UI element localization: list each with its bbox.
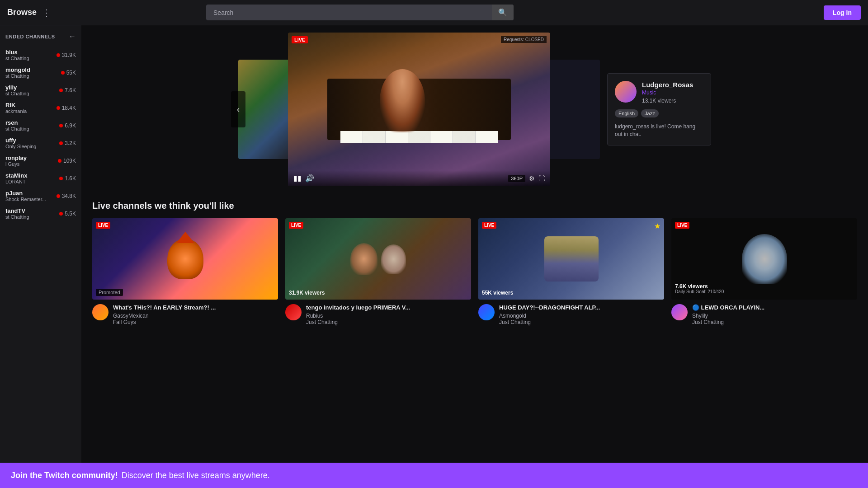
streamer-name[interactable]: Ludgero_Rosas xyxy=(642,81,693,89)
sidebar-item-ronplay[interactable]: ronplay l Guys 109K xyxy=(0,152,81,169)
channel-avatar xyxy=(671,304,688,320)
banner-description: Discover the best live streams anywhere. xyxy=(122,471,270,480)
sidebar-viewers: 34.8K xyxy=(57,193,76,199)
channel-name[interactable]: GassyMexican xyxy=(113,313,216,319)
sidebar-viewers: 3.2K xyxy=(59,140,76,146)
channel-card-gassymexican[interactable]: LIVE Promoted What's THis?! An EARLY Str xyxy=(92,218,278,325)
channel-info: HUGE DAY?!--DRAGONFIGHT ALP... Asmongold… xyxy=(478,304,664,325)
header: Browse ⋮ 🔍 Log In xyxy=(0,0,868,25)
viewer-count: 109K xyxy=(63,158,76,164)
streamer-viewers: 13.1K viewers xyxy=(642,98,693,104)
menu-icon[interactable]: ⋮ xyxy=(42,7,51,18)
sidebar-channel-name: fandTV xyxy=(5,207,29,214)
sidebar-channel-name: rsen xyxy=(5,119,29,126)
sidebar-item-category: Only Sleeping xyxy=(5,144,37,149)
viewer-count: 34.8K xyxy=(62,193,76,199)
channel-category[interactable]: Just Chatting xyxy=(499,319,600,325)
search-input[interactable] xyxy=(206,5,492,20)
viewer-count: 31.9K xyxy=(62,52,76,58)
channel-name[interactable]: Rubius xyxy=(306,313,410,319)
stream-stack: LIVE Requests: CLOSED ▮▮ 🔊 360P ⚙ ⛶ xyxy=(238,33,600,186)
sidebar-channel-name: staMinx xyxy=(5,172,27,179)
sidebar-item-staminx[interactable]: staMinx LORANT 1.6K xyxy=(0,169,81,187)
sidebar-viewers: 1.6K xyxy=(59,175,76,182)
sidebar-item-left: bius st Chatting xyxy=(5,49,29,61)
channel-avatar xyxy=(478,304,495,320)
sidebar: ENDED CHANNELS ← bius st Chatting 31.9K … xyxy=(0,25,81,488)
sidebar-channel-name: bius xyxy=(5,49,29,56)
sidebar-viewers: 31.9K xyxy=(57,52,76,58)
sidebar-channel-name: RIK xyxy=(5,102,27,108)
channel-card-shylily[interactable]: LIVE Daily Sub Goal: 210/420 7.6K viewer… xyxy=(671,218,857,325)
sidebar-item-bius[interactable]: bius st Chatting 31.9K xyxy=(0,46,81,64)
channel-category[interactable]: Just Chatting xyxy=(306,319,410,325)
viewer-count: 1.6K xyxy=(65,175,76,182)
sidebar-item-uffy[interactable]: uffy Only Sleeping 3.2K xyxy=(0,134,81,152)
sidebar-item-category: st Chatting xyxy=(5,56,29,61)
sidebar-item-category: st Chatting xyxy=(5,126,29,131)
streamer-game[interactable]: Music xyxy=(642,89,693,96)
channel-info: tengo invitados y luego PRIMERA V... Rub… xyxy=(285,304,471,325)
live-dot xyxy=(59,141,63,145)
sidebar-item-rik[interactable]: RIK ackmania 18.4K xyxy=(0,99,81,117)
stream-tags: English Jazz xyxy=(615,109,703,117)
viewer-count: 7.6K xyxy=(65,87,76,94)
side-stream-left[interactable] xyxy=(238,60,292,159)
channel-card-asmongold[interactable]: LIVE ★ 55K viewers HUGE DAY?!--DRAGONFIG… xyxy=(478,218,664,325)
sidebar-channel-name: ronplay xyxy=(5,155,27,161)
sidebar-item-left: mongold st Chatting xyxy=(5,66,30,79)
tag-jazz[interactable]: Jazz xyxy=(641,109,659,117)
channel-thumbnail: LIVE Promoted xyxy=(92,218,278,300)
sidebar-viewers: 5.5K xyxy=(59,211,76,217)
channel-category[interactable]: Fall Guys xyxy=(113,319,216,325)
channel-avatar xyxy=(92,304,108,320)
channel-thumbnail: LIVE ★ 55K viewers xyxy=(478,218,664,300)
main-stream[interactable]: LIVE Requests: CLOSED ▮▮ 🔊 360P ⚙ ⛶ xyxy=(288,33,550,186)
sidebar-viewers: 18.4K xyxy=(57,105,76,111)
volume-button[interactable]: 🔊 xyxy=(305,174,314,183)
stream-description: ludgero_rosas is live! Come hang out in … xyxy=(615,123,703,138)
browse-button[interactable]: Browse xyxy=(7,8,37,17)
sidebar-collapse-button[interactable]: ← xyxy=(69,33,76,41)
live-badge: LIVE xyxy=(292,36,308,43)
stream-title: What's THis?! An EARLY Stream?! ... xyxy=(113,304,216,312)
viewer-count: 55K xyxy=(66,70,76,76)
channel-name[interactable]: Shylily xyxy=(692,313,764,319)
fullscreen-button[interactable]: ⛶ xyxy=(538,175,545,182)
live-dot xyxy=(57,106,60,110)
search-bar: 🔍 xyxy=(206,5,514,20)
featured-container: ‹ xyxy=(92,33,857,186)
requests-closed: Requests: CLOSED xyxy=(501,36,547,43)
sidebar-item-mongold[interactable]: mongold st Chatting 55K xyxy=(0,64,81,81)
streamer-info: Ludgero_Rosas Music 13.1K viewers xyxy=(642,81,693,104)
pause-button[interactable]: ▮▮ xyxy=(293,174,302,183)
side-stream-right[interactable] xyxy=(546,60,600,159)
live-dot xyxy=(59,212,63,216)
sidebar-item-left: uffy Only Sleeping xyxy=(5,137,37,149)
channel-category[interactable]: Just Chatting xyxy=(692,319,764,325)
settings-button[interactable]: ⚙ xyxy=(529,175,535,182)
banner-bold-text: Join the Twitch community! xyxy=(11,471,118,480)
viewer-count: 55K viewers xyxy=(482,290,513,296)
sidebar-item-rsen[interactable]: rsen st Chatting 6.9K xyxy=(0,117,81,134)
featured-section: ‹ xyxy=(92,33,857,186)
sidebar-item-pjuan[interactable]: pJuan Shock Remaster... 34.8K xyxy=(0,187,81,205)
sidebar-item-left: pJuan Shock Remaster... xyxy=(5,190,46,202)
main-layout: ENDED CHANNELS ← bius st Chatting 31.9K … xyxy=(0,25,868,488)
sidebar-channel-name: pJuan xyxy=(5,190,46,197)
tag-english[interactable]: English xyxy=(615,109,638,117)
sidebar-item-category: l Guys xyxy=(5,161,27,167)
search-button[interactable]: 🔍 xyxy=(492,5,514,20)
carousel-prev-button[interactable]: ‹ xyxy=(231,91,245,127)
sidebar-item-ylily[interactable]: ylily st Chatting 7.6K xyxy=(0,81,81,99)
channel-card-rubius[interactable]: LIVE 31.9K viewers tengo invitados y lue… xyxy=(285,218,471,325)
community-banner: Join the Twitch community! Discover the … xyxy=(0,463,868,488)
stream-background xyxy=(288,33,550,186)
sidebar-item-category: ackmania xyxy=(5,108,27,114)
sidebar-item-category: st Chatting xyxy=(5,73,30,79)
sidebar-item-fandtv[interactable]: fandTV st Chatting 5.5K xyxy=(0,205,81,222)
streamer-avatar xyxy=(615,81,637,103)
login-button[interactable]: Log In xyxy=(824,5,861,20)
channel-name[interactable]: Asmongold xyxy=(499,313,600,319)
channels-grid: LIVE Promoted What's THis?! An EARLY Str xyxy=(92,218,857,325)
